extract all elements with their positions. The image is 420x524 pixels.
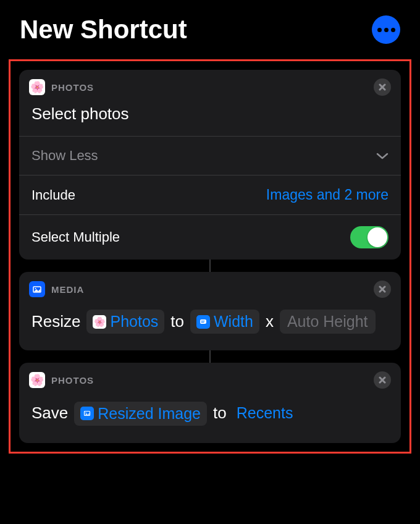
action-body: Save Resized Image to Recents bbox=[19, 394, 401, 443]
media-app-icon bbox=[29, 281, 45, 297]
photos-app-icon: 🌸 bbox=[93, 315, 106, 329]
photos-variable-token[interactable]: 🌸 Photos bbox=[86, 310, 164, 334]
width-variable-token[interactable]: Width bbox=[190, 310, 259, 334]
chevron-down-icon bbox=[376, 152, 388, 159]
select-multiple-label: Select Multiple bbox=[32, 229, 120, 245]
action-body: Resize 🌸 Photos to Width x Auto Height bbox=[19, 303, 401, 350]
verb-text: Resize bbox=[32, 306, 80, 337]
remove-action-button[interactable] bbox=[374, 78, 391, 96]
x-text: x bbox=[266, 306, 274, 337]
app-label: PHOTOS bbox=[51, 375, 368, 386]
header: New Shortcut bbox=[0, 0, 420, 54]
photos-app-icon: 🌸 bbox=[29, 372, 45, 388]
action-title: Select photos bbox=[19, 101, 401, 136]
verb-text: Save bbox=[32, 398, 68, 428]
page-title: New Shortcut bbox=[20, 15, 187, 44]
close-icon bbox=[379, 285, 386, 293]
token-label: Photos bbox=[110, 311, 158, 332]
show-less-row[interactable]: Show Less bbox=[19, 136, 401, 175]
include-row[interactable]: Include Images and 2 more bbox=[19, 175, 401, 214]
svg-point-4 bbox=[85, 412, 86, 413]
connector-line bbox=[209, 350, 211, 363]
svg-point-1 bbox=[35, 288, 36, 289]
action-card-save: 🌸 PHOTOS Save Resized Image to Recents bbox=[19, 363, 401, 443]
photos-app-icon: 🌸 bbox=[29, 79, 45, 95]
token-label: Resized Image bbox=[98, 403, 201, 425]
card-header: MEDIA bbox=[19, 272, 401, 303]
more-options-button[interactable] bbox=[372, 15, 400, 44]
card-header: 🌸 PHOTOS bbox=[19, 70, 401, 101]
remove-action-button[interactable] bbox=[374, 371, 391, 389]
height-placeholder-token[interactable]: Auto Height bbox=[280, 310, 376, 334]
include-value: Images and 2 more bbox=[266, 187, 388, 203]
select-multiple-row: Select Multiple bbox=[19, 214, 401, 260]
destination-token[interactable]: Recents bbox=[233, 397, 297, 429]
toggle-knob bbox=[368, 227, 387, 247]
include-label: Include bbox=[32, 187, 75, 203]
remove-action-button[interactable] bbox=[374, 281, 391, 298]
to-text: to bbox=[170, 306, 184, 337]
app-label: MEDIA bbox=[51, 284, 368, 295]
card-header: 🌸 PHOTOS bbox=[19, 363, 401, 394]
image-variable-icon bbox=[80, 407, 94, 420]
action-card-resize: MEDIA Resize 🌸 Photos to Width x Auto He… bbox=[19, 272, 401, 350]
close-icon bbox=[379, 83, 386, 91]
select-multiple-toggle[interactable] bbox=[350, 226, 388, 248]
connector-line bbox=[209, 260, 211, 272]
resized-image-variable-token[interactable]: Resized Image bbox=[74, 402, 207, 426]
action-card-select-photos: 🌸 PHOTOS Select photos Show Less Include… bbox=[19, 70, 401, 260]
to-text: to bbox=[213, 398, 227, 428]
close-icon bbox=[379, 376, 386, 384]
ask-input-icon bbox=[196, 315, 210, 329]
token-label: Width bbox=[214, 311, 253, 332]
svg-rect-2 bbox=[200, 319, 206, 324]
actions-list: 🌸 PHOTOS Select photos Show Less Include… bbox=[9, 59, 411, 454]
app-label: PHOTOS bbox=[51, 82, 368, 93]
show-less-label: Show Less bbox=[32, 148, 98, 164]
